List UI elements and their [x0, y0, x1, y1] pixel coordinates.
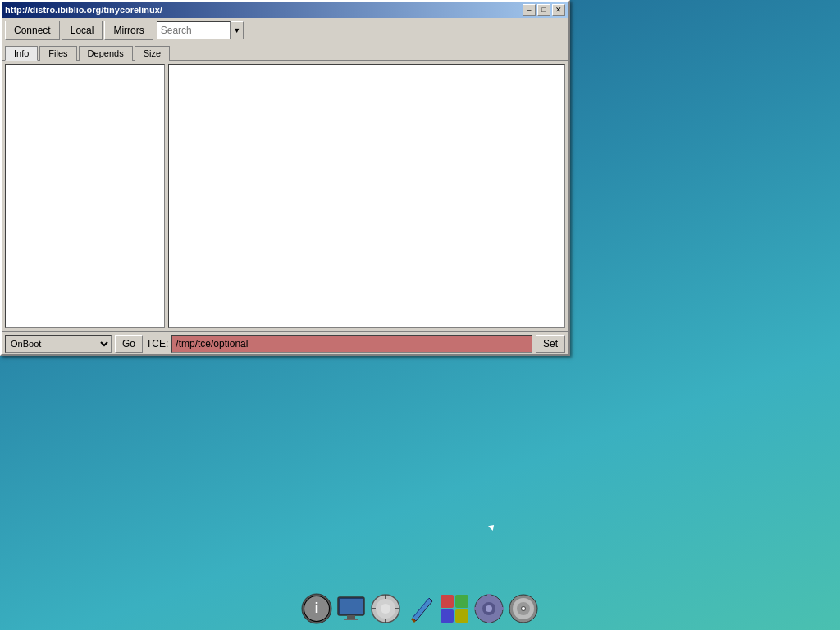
go-button[interactable]: Go	[115, 335, 143, 353]
svg-rect-19	[455, 595, 468, 608]
svg-point-33	[522, 607, 525, 610]
svg-rect-28	[498, 607, 504, 610]
onboot-select[interactable]: OnBoot	[5, 335, 112, 353]
tab-info[interactable]: Info	[5, 46, 38, 61]
status-bar: OnBoot Go TCE: /tmp/tce/optional Set	[2, 331, 568, 354]
taskbar: i	[0, 591, 840, 630]
tab-files[interactable]: Files	[39, 46, 76, 61]
close-button[interactable]: ✕	[552, 4, 565, 16]
minimize-button[interactable]: –	[523, 4, 536, 16]
search-input[interactable]	[157, 21, 231, 39]
local-button[interactable]: Local	[62, 21, 103, 40]
tab-size[interactable]: Size	[135, 46, 170, 61]
tab-depends[interactable]: Depends	[79, 46, 133, 61]
search-container: ▼	[157, 21, 244, 39]
svg-rect-26	[487, 618, 491, 623]
mouse-cursor	[488, 523, 496, 531]
toolbar: Connect Local Mirrors ▼	[2, 18, 568, 43]
window-controls: – □ ✕	[523, 4, 565, 16]
taskbar-apps-icon[interactable]	[438, 592, 471, 625]
svg-rect-21	[455, 609, 468, 623]
tab-bar: Info Files Depends Size	[2, 43, 568, 61]
taskbar-pen-icon[interactable]	[404, 592, 436, 625]
svg-point-24	[486, 605, 492, 612]
package-list-panel[interactable]	[5, 64, 165, 328]
maximize-button[interactable]: □	[537, 4, 550, 16]
taskbar-compass-icon[interactable]	[369, 592, 402, 625]
window-title: http://distro.ibiblio.org/tinycorelinux/	[5, 5, 162, 15]
taskbar-info-icon[interactable]: i	[300, 592, 333, 625]
app-window: http://distro.ibiblio.org/tinycorelinux/…	[0, 0, 570, 356]
taskbar-disc-icon[interactable]	[507, 592, 540, 625]
svg-rect-20	[441, 609, 454, 623]
tce-path-display: /tmp/tce/optional	[171, 335, 532, 353]
svg-rect-7	[344, 619, 358, 620]
content-area	[2, 61, 568, 331]
svg-point-10	[381, 604, 390, 614]
svg-text:i: i	[314, 600, 318, 616]
set-button[interactable]: Set	[536, 335, 565, 353]
connect-button[interactable]: Connect	[5, 21, 60, 40]
taskbar-settings-icon[interactable]	[472, 592, 505, 625]
svg-rect-5	[340, 599, 363, 614]
svg-marker-15	[413, 598, 432, 621]
title-bar: http://distro.ibiblio.org/tinycorelinux/…	[2, 2, 568, 18]
svg-rect-6	[347, 615, 355, 619]
info-panel[interactable]	[168, 64, 565, 328]
search-dropdown-arrow[interactable]: ▼	[231, 21, 244, 39]
taskbar-monitor-icon[interactable]	[335, 592, 368, 625]
svg-rect-25	[487, 594, 491, 600]
svg-rect-27	[474, 607, 480, 610]
mirrors-button[interactable]: Mirrors	[104, 21, 153, 40]
svg-rect-18	[441, 595, 454, 608]
tce-label: TCE:	[146, 338, 168, 349]
